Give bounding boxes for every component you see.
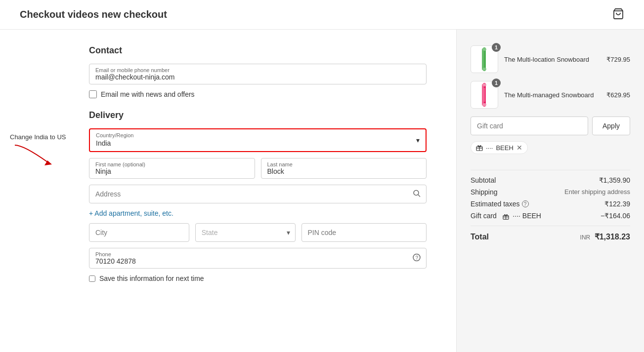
gift-icon [476, 144, 483, 151]
gift-card-discount-row: Gift card ···· BEEH −₹164.06 [471, 212, 630, 220]
total-amount-wrapper: INR ₹1,318.23 [580, 232, 630, 241]
product-badge-1: 1 [492, 43, 501, 52]
snowboard-icon-pink [477, 83, 492, 107]
taxes-value: ₹122.39 [604, 200, 630, 208]
newsletter-row: Email me with news and offers [89, 90, 427, 98]
address-wrapper [89, 185, 427, 203]
gift-card-discount-value: −₹164.06 [601, 212, 630, 220]
product-item-2: 1 The Multi-managed Snowboard ₹629.95 [471, 81, 630, 109]
save-checkbox[interactable] [89, 275, 95, 282]
total-label: Total [471, 233, 489, 241]
svg-text:?: ? [416, 255, 419, 261]
country-label: Country/Region [90, 129, 426, 138]
product-price-2: ₹629.95 [606, 91, 630, 99]
applied-code-wrapper: ···· BEEH ✕ [471, 141, 630, 162]
pin-input[interactable] [301, 223, 427, 242]
last-name-wrapper: Last name Block [261, 158, 427, 179]
email-value: mail@checkout-ninja.com [95, 73, 420, 81]
svg-point-2 [414, 191, 419, 196]
product-info-2: The Multi-managed Snowboard [504, 91, 601, 99]
applied-code-tag: ···· BEEH ✕ [471, 141, 528, 154]
save-label: Save this information for next time [99, 274, 204, 282]
cart-button[interactable] [612, 8, 624, 21]
gift-icon-small [503, 213, 509, 220]
country-select[interactable]: India United States [90, 138, 426, 151]
phone-label: Phone [95, 251, 420, 257]
left-panel: Change India to US Contact Email or mobi… [0, 30, 456, 352]
shipping-value: Enter shipping address [564, 188, 630, 196]
snowboard-icon-green [477, 47, 492, 71]
state-wrapper: State ▾ [195, 223, 296, 242]
first-name-value: Ninja [95, 167, 249, 175]
newsletter-label: Email me with news and offers [101, 90, 195, 98]
annotation: Change India to US [10, 133, 66, 167]
pin-wrapper [301, 223, 427, 242]
country-select-wrapper: Country/Region India United States ▾ [89, 128, 427, 152]
country-field-wrapper: Country/Region India United States ▾ [89, 128, 427, 152]
annotation-text: Change India to US [10, 133, 66, 141]
gift-card-input[interactable] [471, 117, 588, 135]
svg-point-8 [482, 48, 486, 51]
state-select[interactable]: State [196, 224, 295, 241]
first-name-wrapper: First name (optional) Ninja [89, 158, 255, 179]
applied-code-dots: ···· [486, 144, 493, 152]
cart-icon [612, 8, 624, 20]
svg-line-3 [418, 195, 420, 197]
divider-2 [471, 226, 630, 226]
last-name-label: Last name [267, 161, 421, 167]
phone-value: 70120 42878 [95, 257, 420, 265]
city-state-pin-row: State ▾ [89, 223, 427, 242]
product-badge-2: 1 [492, 78, 501, 87]
gift-card-discount-label: Gift card ···· BEEH [471, 212, 541, 220]
taxes-label: Estimated taxes ? [471, 200, 529, 208]
email-label: Email or mobile phone number [95, 67, 420, 73]
search-icon [413, 190, 421, 199]
product-item-1: 1 The Multi-location Snowboard ₹729.95 [471, 45, 630, 73]
contact-title: Contact [89, 45, 427, 56]
phone-field[interactable]: Phone 70120 42878 [89, 248, 427, 269]
email-wrapper: Email or mobile phone number mail@checko… [89, 64, 427, 84]
help-icon[interactable]: ? [413, 254, 421, 263]
taxes-info-icon[interactable]: ? [522, 200, 529, 207]
add-apartment-button[interactable]: + Add apartment, suite, etc. [89, 209, 173, 217]
apply-button[interactable]: Apply [592, 117, 630, 135]
product-price-1: ₹729.95 [606, 56, 630, 63]
total-currency: INR [580, 234, 591, 241]
divider-1 [471, 170, 630, 170]
product-info-1: The Multi-location Snowboard [504, 56, 601, 63]
top-bar: Checkout videos new checkout [0, 0, 644, 30]
main-layout: Change India to US Contact Email or mobi… [0, 30, 644, 352]
subtotal-row: Subtotal ₹1,359.90 [471, 176, 630, 184]
annotation-arrow [10, 143, 54, 167]
svg-point-12 [482, 83, 486, 86]
product-image-1: 1 [471, 45, 498, 73]
total-row: Total INR ₹1,318.23 [471, 232, 630, 241]
right-panel: 1 The Multi-location Snowboard ₹729.95 1 [456, 30, 644, 352]
svg-rect-7 [482, 48, 484, 70]
svg-point-13 [482, 103, 486, 106]
phone-wrapper: Phone 70120 42878 ? [89, 248, 427, 269]
delivery-title: Delivery [89, 110, 427, 120]
svg-rect-14 [483, 88, 485, 102]
gift-card-row: Apply [471, 117, 630, 135]
remove-code-button[interactable]: ✕ [516, 144, 522, 152]
city-wrapper [89, 223, 189, 242]
first-name-label: First name (optional) [95, 161, 249, 167]
subtotal-value: ₹1,359.90 [599, 176, 631, 184]
contact-section: Contact Email or mobile phone number mai… [89, 45, 427, 84]
address-input[interactable] [89, 185, 427, 203]
city-input[interactable] [89, 223, 189, 242]
save-row: Save this information for next time [89, 274, 427, 282]
applied-code-text: BEEH [496, 144, 513, 152]
first-name-field[interactable]: First name (optional) Ninja [89, 158, 255, 179]
newsletter-checkbox[interactable] [89, 90, 97, 98]
product-name-2: The Multi-managed Snowboard [504, 91, 601, 99]
page-title: Checkout videos new checkout [20, 9, 167, 20]
last-name-field[interactable]: Last name Block [261, 158, 427, 179]
svg-point-9 [482, 68, 486, 71]
subtotal-label: Subtotal [471, 176, 496, 184]
state-select-wrapper: State ▾ [195, 223, 296, 242]
name-row: First name (optional) Ninja Last name Bl… [89, 158, 427, 179]
last-name-value: Block [267, 167, 421, 175]
product-name-1: The Multi-location Snowboard [504, 56, 601, 63]
